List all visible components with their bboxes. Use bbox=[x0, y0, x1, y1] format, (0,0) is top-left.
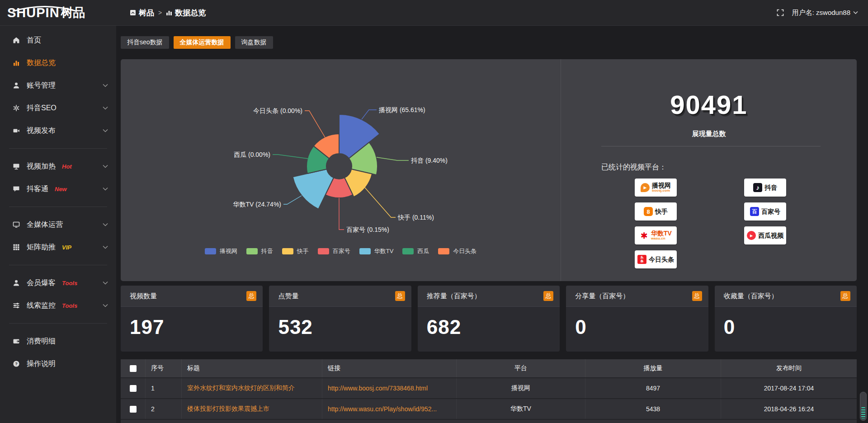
video-title-link[interactable]: 室外水纹灯和室内水纹灯的区别和简介 bbox=[187, 384, 295, 392]
tab-0[interactable]: 抖音seo数据 bbox=[121, 36, 169, 49]
row-checkbox-cell bbox=[121, 399, 146, 419]
monitor-icon bbox=[12, 162, 20, 170]
main-content: 抖音seo数据全媒体运营数据询盘数据 播视网 (65.61%)抖音 (9.40%… bbox=[116, 25, 868, 423]
legend-item-1[interactable]: 抖音 bbox=[246, 247, 273, 255]
window-icon bbox=[130, 9, 136, 16]
scrollbar-stripes-icon bbox=[861, 407, 865, 419]
table-cell-no: 1 bbox=[146, 378, 182, 398]
tab-1[interactable]: 全媒体运营数据 bbox=[174, 36, 231, 49]
stat-card-value: 532 bbox=[269, 307, 411, 338]
stat-card-header: 推荐量（百家号）总 bbox=[418, 286, 560, 307]
stat-card-value: 0 bbox=[566, 307, 708, 338]
video-title-link[interactable]: 楼体投影灯投影效果震撼上市 bbox=[187, 405, 269, 413]
stat-card-value: 682 bbox=[418, 307, 560, 338]
logo-arc bbox=[11, 5, 79, 12]
row-checkbox[interactable] bbox=[130, 385, 137, 392]
stat-card-title: 推荐量（百家号） bbox=[427, 292, 481, 301]
platform-badge-5: ▶西瓜视频 bbox=[744, 226, 786, 244]
tab-2[interactable]: 询盘数据 bbox=[235, 36, 273, 49]
sidebar-item-home[interactable]: 首页 bbox=[0, 29, 116, 52]
platform-name: 播视网 bbox=[652, 182, 671, 189]
video-url-link[interactable]: http://www.wasu.cn/Play/show/id/952... bbox=[328, 405, 437, 413]
legend-item-5[interactable]: 西瓜 bbox=[402, 247, 429, 255]
table-cell-platform: 华数TV bbox=[457, 399, 585, 419]
legend-item-0[interactable]: 播视网 bbox=[205, 247, 237, 255]
sidebar-item-label: 会员爆客 bbox=[27, 278, 56, 288]
total-badge: 总 bbox=[395, 291, 405, 301]
sidebar-item-item-4[interactable]: 视频发布 bbox=[0, 119, 116, 142]
sidebar-item-item-12[interactable]: ?操作说明 bbox=[0, 352, 116, 375]
sidebar-item-data-overview[interactable]: 数据总览 bbox=[0, 52, 116, 74]
platform-badge-text: 西瓜视频 bbox=[758, 232, 783, 239]
logo[interactable]: SHUPIN 树品 bbox=[0, 6, 116, 19]
breadcrumb-current[interactable]: 数据总览 bbox=[166, 8, 206, 18]
pie-slice-4[interactable] bbox=[293, 169, 334, 209]
pie-label-line-2 bbox=[365, 188, 396, 217]
fullscreen-icon[interactable] bbox=[777, 9, 784, 16]
stat-card-header: 点赞量总 bbox=[269, 286, 411, 307]
pie-chart-area: 播视网 (65.61%)抖音 (9.40%)快手 (0.11%)百家号 (0.1… bbox=[121, 59, 561, 281]
sidebar-item-item-7[interactable]: 全媒体运营 bbox=[0, 213, 116, 236]
user-menu[interactable]: 用户名: zswodun88 bbox=[792, 9, 858, 17]
total-badge: 总 bbox=[840, 291, 850, 301]
platform-badge-3: 百百家号 bbox=[744, 202, 786, 221]
breadcrumb-root[interactable]: 树品 bbox=[130, 8, 154, 18]
sidebar-item-label: 首页 bbox=[27, 36, 41, 45]
sidebar-item-label: 操作说明 bbox=[27, 359, 56, 369]
table-row-partial bbox=[121, 419, 857, 423]
sidebar-item-label: 线索监控 bbox=[27, 301, 56, 310]
pie-label-line-0 bbox=[362, 110, 377, 119]
stat-card-title: 点赞量 bbox=[278, 292, 298, 301]
baijiahao-icon: 百 bbox=[750, 207, 759, 216]
table-cell-time: 2018-04-26 16:24 bbox=[721, 399, 857, 419]
chevron-down-icon bbox=[103, 164, 108, 168]
table-header-cell-4: 平台 bbox=[457, 359, 585, 377]
pie-label-0: 播视网 (65.61%) bbox=[378, 106, 425, 113]
platform-subtext: wasu.cn bbox=[651, 237, 672, 240]
sidebar-divider bbox=[9, 323, 107, 324]
table-header-cell-2: 标题 bbox=[182, 359, 322, 377]
sidebar-item-label: 抖客通 bbox=[27, 184, 48, 194]
row-checkbox[interactable] bbox=[130, 406, 137, 413]
sidebar-item-item-6[interactable]: 抖客通New bbox=[0, 178, 116, 200]
question-icon: ? bbox=[12, 360, 20, 368]
top-bar: SHUPIN 树品 树品 > 数据总览 用户名: zswodun88 bbox=[0, 0, 868, 26]
legend-label: 华数TV bbox=[374, 247, 394, 255]
pie-label-3: 百家号 (0.15%) bbox=[346, 226, 389, 233]
wallet-icon bbox=[12, 337, 20, 345]
chat-icon bbox=[12, 185, 20, 193]
pie-label-5: 西瓜 (0.00%) bbox=[234, 151, 270, 158]
sidebar-item-item-5[interactable]: 视频加热Hot bbox=[0, 155, 116, 178]
legend-swatch bbox=[282, 248, 293, 254]
select-all-checkbox[interactable] bbox=[130, 365, 137, 372]
table-row: 2楼体投影灯投影效果震撼上市http://www.wasu.cn/Play/sh… bbox=[121, 398, 857, 419]
sidebar-item-label: 视频发布 bbox=[27, 126, 56, 136]
legend-item-4[interactable]: 华数TV bbox=[359, 247, 394, 255]
sidebar-item-item-11[interactable]: 消费明细 bbox=[0, 330, 116, 352]
platform-badge-grid: ▶播视网boosj.com♪抖音8快手百百家号✱华数TVwasu.cn▶西瓜视频… bbox=[635, 179, 857, 268]
video-url-link[interactable]: http://www.boosj.com/7338468.html bbox=[328, 385, 428, 392]
scrollbar-thumb[interactable] bbox=[860, 392, 867, 421]
chevron-down-icon bbox=[103, 304, 108, 307]
legend-item-6[interactable]: 今日头条 bbox=[438, 247, 476, 255]
pie-label-line-6 bbox=[305, 111, 325, 137]
platform-badge-text: 快手 bbox=[655, 208, 668, 215]
sidebar-item-item-9[interactable]: 会员爆客Tools bbox=[0, 272, 116, 294]
sidebar-item-item-3[interactable]: 抖音SEO bbox=[0, 97, 116, 119]
username-label: 用户名: zswodun88 bbox=[792, 9, 850, 17]
legend-item-3[interactable]: 百家号 bbox=[318, 247, 350, 255]
table-cell-plays: 5438 bbox=[585, 399, 721, 419]
legend-label: 播视网 bbox=[220, 247, 237, 255]
sidebar-item-item-2[interactable]: 账号管理 bbox=[0, 74, 116, 97]
chevron-down-icon bbox=[103, 129, 108, 132]
sidebar-item-label: 抖音SEO bbox=[27, 103, 57, 113]
sidebar-item-badge: VIP bbox=[62, 244, 71, 251]
table-cell-link: http://www.boosj.com/7338468.html bbox=[322, 378, 457, 398]
legend-item-2[interactable]: 快手 bbox=[282, 247, 309, 255]
sidebar-item-label: 消费明细 bbox=[27, 337, 56, 346]
xigua-icon: ▶ bbox=[747, 231, 756, 240]
platform-subtext: boosj.com bbox=[652, 189, 671, 193]
sidebar-item-item-10[interactable]: 线索监控Tools bbox=[0, 294, 116, 317]
platform-badge-2: 8快手 bbox=[635, 202, 677, 221]
sidebar-item-item-8[interactable]: 矩阵助推VIP bbox=[0, 236, 116, 258]
